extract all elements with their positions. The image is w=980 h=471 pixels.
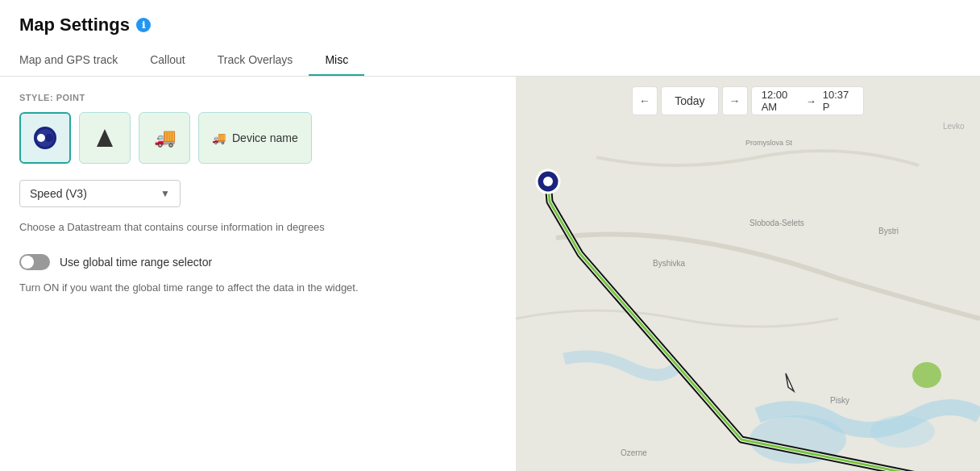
style-btn-device-name[interactable]: 🚚 Device name: [198, 112, 312, 164]
map-background: Kitchyn Promyslova St Sloboda-Selets Bys…: [516, 77, 980, 471]
map-time-start: 12:00 AM: [762, 89, 799, 113]
svg-text:Sloboda-Selets: Sloboda-Selets: [750, 219, 804, 227]
map-toolbar: ← Today → 12:00 AM → 10:37 P: [632, 86, 864, 115]
tab-bar: Map and GPS track Callout Track Overlays…: [19, 47, 961, 76]
title-row: Map Settings ℹ: [19, 15, 961, 35]
map-prev-btn[interactable]: ←: [632, 86, 658, 115]
global-time-toggle[interactable]: [19, 254, 50, 270]
tab-map-gps[interactable]: Map and GPS track: [19, 47, 134, 76]
dot-icon: [34, 127, 56, 149]
svg-point-3: [912, 362, 941, 388]
style-btn-dot[interactable]: [19, 112, 71, 164]
toggle-track: [19, 254, 50, 270]
toggle-thumb: [21, 256, 34, 269]
map-panel: ← Today → 12:00 AM → 10:37 P: [516, 77, 980, 471]
style-options: 🚚 🚚 Device name: [19, 112, 496, 164]
tab-misc[interactable]: Misc: [309, 47, 364, 76]
map-time-arrow: →: [806, 95, 816, 107]
toggle-row: Use global time range selector: [19, 254, 496, 270]
tab-callout[interactable]: Callout: [134, 47, 201, 76]
style-btn-arrow[interactable]: [79, 112, 131, 164]
svg-text:Pisky: Pisky: [830, 396, 849, 405]
info-icon[interactable]: ℹ: [136, 18, 151, 32]
arrow-icon: [97, 129, 113, 147]
svg-point-13: [543, 177, 553, 186]
svg-text:Ozerne: Ozerne: [621, 448, 647, 457]
style-btn-truck[interactable]: 🚚: [139, 112, 190, 164]
style-section-label: STYLE: POINT: [19, 93, 496, 102]
content-area: STYLE: POINT 🚚 🚚 Device name: [0, 77, 980, 471]
left-panel: STYLE: POINT 🚚 🚚 Device name: [0, 77, 516, 471]
page-title: Map Settings: [19, 15, 130, 35]
speed-dropdown[interactable]: Speed (V3) ▼: [19, 180, 181, 207]
device-name-label: Device name: [232, 131, 298, 144]
svg-text:Byshivka: Byshivka: [653, 259, 685, 268]
svg-point-2: [870, 415, 935, 448]
map-next-btn[interactable]: →: [722, 86, 748, 115]
page-header: Map Settings ℹ Map and GPS track Callout…: [0, 0, 980, 77]
toggle-description: Turn ON if you want the global time rang…: [19, 280, 496, 296]
toggle-label: Use global time range selector: [60, 256, 212, 269]
dropdown-hint: Choose a Datastream that contains course…: [19, 220, 496, 235]
svg-text:Promyslova St: Promyslova St: [745, 139, 793, 147]
tab-track-overlays[interactable]: Track Overlays: [201, 47, 309, 76]
chevron-down-icon: ▼: [160, 188, 170, 199]
device-name-truck-icon: 🚚: [212, 131, 226, 144]
map-time-end: 10:37 P: [823, 89, 853, 113]
svg-text:Bystri: Bystri: [878, 227, 899, 235]
svg-text:Levko: Levko: [943, 122, 965, 131]
dropdown-container: Speed (V3) ▼: [19, 180, 496, 207]
dropdown-value: Speed (V3): [30, 187, 87, 200]
map-time-range: 12:00 AM → 10:37 P: [751, 86, 864, 115]
map-date-btn[interactable]: Today: [661, 86, 718, 115]
truck-icon: 🚚: [154, 127, 176, 148]
